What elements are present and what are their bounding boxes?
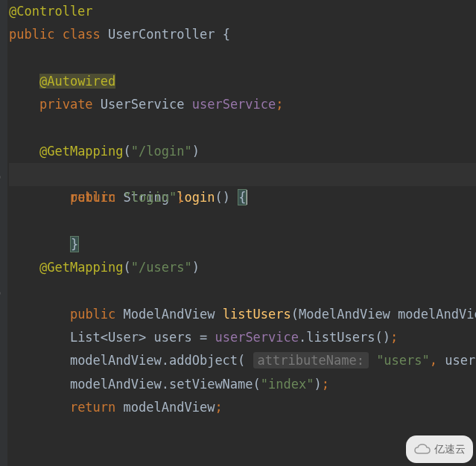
code-line[interactable]: @GetMapping("/users") [9,256,476,279]
watermark-text: 亿速云 [434,438,466,461]
type-mav: ModelAndView [124,307,215,322]
code-line[interactable]: } [9,210,476,233]
annotation-autowired: @Autowired [39,74,115,89]
keyword-return: return [70,400,115,415]
string-index: "index" [261,377,314,392]
code-line[interactable]: return modelAndView; [9,396,476,419]
var-users: users [154,330,192,345]
var-users-ref: users [445,353,476,368]
code-line[interactable]: modelAndView.setViewName("index"); [9,373,476,396]
type-userservice: UserService [101,97,185,112]
class-name: UserController [108,27,215,42]
brace-open: { [238,189,247,205]
override-icon[interactable] [0,289,1,298]
var-mav-return: modelAndView [124,400,215,415]
code-line[interactable]: public class UserController { [9,23,476,46]
keyword-return: return [70,190,115,205]
var-mav: modelAndView [70,377,162,392]
code-line-current[interactable]: public String login() { [9,163,476,186]
fold-icon[interactable] [0,450,1,459]
code-line[interactable]: @Controller [9,0,476,23]
param-mav: modelAndView [398,307,476,322]
code-line[interactable]: modelAndView.addObject( attributeName: "… [9,349,476,372]
keyword-private: private [39,97,93,112]
code-line[interactable]: @Autowired [9,70,476,93]
blank-line[interactable] [9,116,476,139]
annotation-getmapping: @GetMapping [39,260,124,275]
call-listusers: listUsers [306,330,375,345]
keyword-class: class [63,27,101,42]
code-line[interactable]: @GetMapping("/login") [9,140,476,163]
call-setviewname: setViewName [169,377,253,392]
string-login-path: "/login" [131,144,192,159]
brace-close: } [70,236,79,252]
blank-line[interactable] [9,419,476,442]
type-user: User [108,330,139,345]
annotation-controller: @Controller [9,4,93,19]
string-login: "login" [124,190,177,205]
method-listusers: listUsers [223,307,291,322]
string-users-path: "/users" [131,260,192,275]
code-line[interactable]: private UserService userService; [9,93,476,116]
fold-icon[interactable] [0,218,1,227]
type-mav-param: ModelAndView [299,307,390,322]
var-mav: modelAndView [70,353,162,368]
blank-line[interactable] [9,47,476,70]
code-line[interactable]: public ModelAndView listUsers(ModelAndVi… [9,280,476,303]
code-editor[interactable]: @Controller public class UserController … [0,0,476,466]
keyword-public: public [9,27,54,42]
param-hint: attributeName: [253,352,369,368]
call-addobject: addObject [169,353,238,368]
type-list: List [70,330,101,345]
keyword-public: public [70,307,115,322]
field-userservice-ref: userService [215,330,299,345]
code-line[interactable]: List<User> users = userService.listUsers… [9,326,476,349]
override-icon[interactable] [0,173,1,182]
watermark: 亿速云 [406,435,473,463]
cloud-icon [413,443,431,456]
field-userservice: userService [192,97,276,112]
string-users: "users" [376,353,430,368]
annotation-getmapping: @GetMapping [39,144,124,159]
